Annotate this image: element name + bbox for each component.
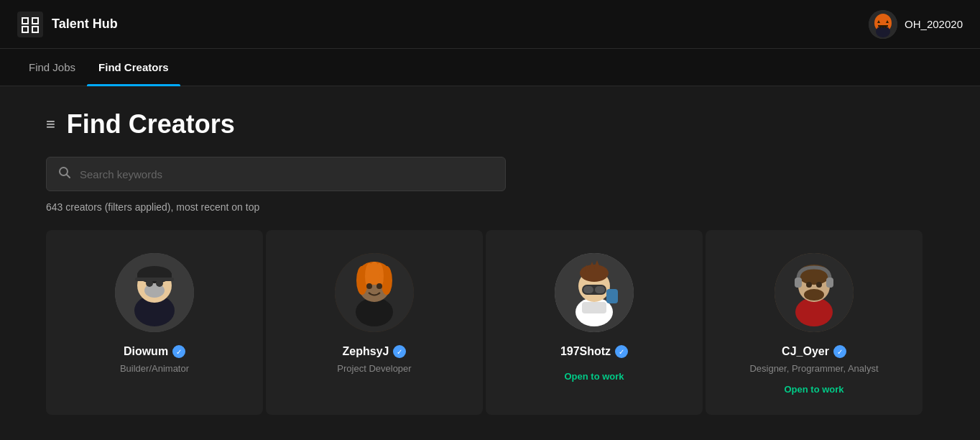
- tab-find-creators[interactable]: Find Creators: [87, 49, 180, 86]
- creator-name-row-cjoyer: CJ_Oyer ✓: [782, 345, 846, 358]
- creator-avatar-diowum: [115, 253, 194, 332]
- verified-icon-diowum: ✓: [172, 345, 185, 358]
- creator-name-row-197shotz: 197Shotz ✓: [560, 345, 628, 358]
- search-bar: [46, 157, 506, 191]
- svg-point-60: [806, 282, 812, 288]
- svg-rect-58: [795, 278, 802, 288]
- creator-role-cjoyer: Designer, Programmer, Analyst: [749, 362, 878, 375]
- svg-rect-50: [582, 302, 606, 313]
- svg-point-39: [376, 283, 382, 289]
- svg-rect-48: [583, 286, 593, 293]
- filter-icon[interactable]: ≡: [46, 115, 55, 134]
- svg-point-57: [804, 289, 824, 301]
- creator-name-row-zephsyj: ZephsyJ ✓: [343, 345, 407, 358]
- svg-rect-56: [798, 273, 830, 280]
- creator-avatar-cjoyer: [775, 253, 854, 332]
- creators-grid: Diowum ✓ Builder/Animator: [46, 230, 923, 415]
- svg-rect-0: [17, 12, 43, 37]
- tab-find-jobs[interactable]: Find Jobs: [17, 49, 87, 86]
- svg-rect-6: [33, 19, 37, 23]
- username: OH_202020: [905, 18, 963, 30]
- creator-name-197shotz: 197Shotz: [560, 345, 611, 358]
- creator-card-diowum[interactable]: Diowum ✓ Builder/Animator: [46, 230, 263, 415]
- svg-rect-8: [33, 27, 37, 32]
- svg-line-19: [67, 174, 70, 178]
- search-icon: [58, 166, 71, 183]
- svg-point-61: [816, 282, 822, 288]
- verified-icon-zephsyj: ✓: [393, 345, 406, 358]
- svg-rect-7: [23, 27, 27, 32]
- creator-name-diowum: Diowum: [124, 345, 168, 358]
- logo-text: Talent Hub: [52, 17, 118, 32]
- svg-point-37: [369, 262, 380, 285]
- creator-role-zephsyj: Project Developer: [337, 362, 411, 375]
- verified-icon-cjoyer: ✓: [833, 345, 846, 358]
- creator-card-197shotz[interactable]: 197Shotz ✓ Open to work: [486, 230, 703, 415]
- svg-point-38: [366, 283, 372, 289]
- results-count: 643 creators (filters applied), most rec…: [46, 201, 934, 213]
- creator-name-cjoyer: CJ_Oyer: [782, 345, 829, 358]
- creator-name-row-diowum: Diowum ✓: [124, 345, 185, 358]
- search-input[interactable]: [80, 168, 494, 180]
- creator-card-zephsyj[interactable]: ZephsyJ ✓ Project Developer: [266, 230, 483, 415]
- main-content: ≡ Find Creators 643 creators (filters ap…: [0, 86, 980, 438]
- creator-role-diowum: Builder/Animator: [120, 362, 189, 375]
- svg-rect-17: [878, 25, 888, 27]
- svg-rect-49: [595, 286, 605, 293]
- page-header: ≡ Find Creators: [46, 109, 934, 139]
- svg-rect-51: [606, 289, 618, 303]
- nav-tabs: Find Jobs Find Creators: [0, 49, 980, 86]
- creator-avatar-zephsyj: [335, 253, 414, 332]
- avatar: [869, 10, 897, 39]
- creator-avatar-197shotz: [555, 253, 634, 332]
- open-to-work-cjoyer: Open to work: [784, 384, 843, 395]
- svg-rect-28: [135, 278, 174, 281]
- open-to-work-197shotz: Open to work: [564, 371, 624, 382]
- app-header: Talent Hub OH_202020: [0, 0, 980, 49]
- logo-icon: [17, 12, 43, 37]
- svg-rect-5: [23, 19, 27, 23]
- creator-name-zephsyj: ZephsyJ: [343, 345, 389, 358]
- creator-card-cjoyer[interactable]: CJ_Oyer ✓ Designer, Programmer, Analyst …: [706, 230, 923, 415]
- svg-rect-59: [826, 278, 833, 288]
- logo[interactable]: Talent Hub: [17, 12, 118, 37]
- verified-icon-197shotz: ✓: [615, 345, 628, 358]
- page-title: Find Creators: [67, 109, 235, 139]
- user-menu[interactable]: OH_202020: [869, 10, 963, 39]
